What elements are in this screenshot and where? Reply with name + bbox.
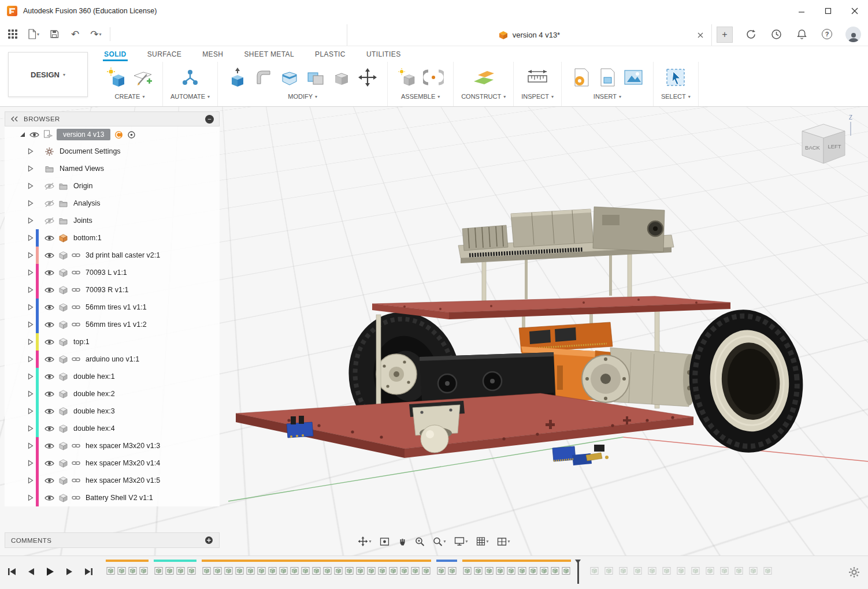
minimize-button[interactable] — [788, 0, 815, 22]
expand-arrow-icon[interactable] — [27, 148, 34, 155]
browser-item[interactable]: bottom:1 — [5, 229, 220, 247]
expand-arrow-icon[interactable] — [27, 425, 34, 432]
visibility-eye-icon[interactable] — [42, 373, 56, 381]
timeline-feature-icon[interactable] — [484, 563, 494, 578]
skip-to-end-button[interactable] — [82, 565, 95, 578]
expand-arrow-icon[interactable] — [27, 252, 34, 259]
joint-button[interactable] — [421, 64, 446, 91]
timeline-playhead[interactable] — [577, 561, 579, 584]
root-component-label[interactable]: version 4 v13 — [57, 129, 110, 140]
visibility-eye-icon[interactable] — [42, 252, 56, 259]
timeline-feature-icon[interactable] — [647, 563, 657, 578]
timeline-feature-icon[interactable] — [517, 563, 527, 578]
timeline-feature-icon[interactable] — [279, 563, 288, 578]
expand-arrow-icon[interactable] — [27, 304, 34, 311]
timeline-feature-icon[interactable] — [447, 563, 457, 578]
user-avatar[interactable] — [845, 27, 861, 42]
browser-item[interactable]: Origin — [5, 177, 220, 195]
file-menu-button[interactable]: ▾ — [27, 26, 40, 42]
press-pull-button[interactable] — [225, 64, 250, 91]
expand-arrow-icon[interactable] — [27, 338, 34, 345]
insert-derive-button[interactable] — [595, 64, 620, 91]
visibility-eye-icon[interactable] — [42, 460, 56, 467]
expand-arrow-icon[interactable] — [27, 182, 34, 189]
timeline-feature-icon[interactable] — [165, 563, 175, 578]
browser-item[interactable]: Joints — [5, 212, 220, 229]
shell-button[interactable] — [277, 64, 302, 91]
timeline-feature-icon[interactable] — [366, 563, 376, 578]
visibility-off-icon[interactable] — [42, 182, 56, 190]
expand-arrow-icon[interactable] — [20, 132, 25, 137]
timeline-feature-icon[interactable] — [355, 563, 365, 578]
display-settings-button[interactable]: ▾ — [453, 535, 469, 547]
expand-arrow-icon[interactable] — [27, 234, 34, 241]
notifications-button[interactable] — [795, 26, 808, 42]
close-button[interactable] — [841, 0, 868, 22]
timeline-feature-icon[interactable] — [344, 563, 354, 578]
browser-item[interactable]: Named Views — [5, 160, 220, 177]
browser-root-item[interactable]: version 4 v13 — [5, 126, 220, 143]
step-forward-button[interactable] — [63, 565, 76, 578]
expand-arrow-icon[interactable] — [27, 356, 34, 363]
save-button[interactable] — [47, 26, 61, 42]
timeline-feature-icon[interactable] — [495, 563, 505, 578]
group-label-select[interactable]: SELECT▾ — [661, 93, 691, 100]
pan-button[interactable] — [396, 535, 407, 548]
expand-arrow-icon[interactable] — [27, 408, 34, 415]
expand-arrow-icon[interactable] — [27, 442, 34, 449]
measure-button[interactable] — [525, 64, 550, 91]
automate-button[interactable] — [178, 64, 202, 91]
timeline-feature-icon[interactable] — [301, 563, 310, 578]
browser-item[interactable]: hex spacer M3x20 v1:5 — [5, 472, 220, 489]
select-button[interactable] — [663, 64, 688, 91]
maximize-button[interactable] — [815, 0, 841, 22]
visibility-off-icon[interactable] — [42, 217, 56, 225]
visibility-eye-icon[interactable] — [42, 477, 56, 484]
step-back-button[interactable] — [25, 565, 38, 578]
fit-button[interactable]: ▾ — [432, 535, 447, 548]
assemble-new-component-button[interactable] — [395, 64, 420, 91]
timeline-feature-icon[interactable] — [473, 563, 483, 578]
timeline-feature-icon[interactable] — [539, 563, 549, 578]
group-label-insert[interactable]: INSERT▾ — [593, 93, 621, 100]
timeline-feature-icon[interactable] — [436, 563, 446, 578]
browser-item[interactable]: 70093 R v1:1 — [5, 281, 220, 299]
group-label-create[interactable]: CREATE▾ — [115, 93, 145, 100]
browser-header[interactable]: BROWSER − — [5, 111, 220, 126]
group-label-inspect[interactable]: INSPECT▾ — [521, 93, 554, 100]
timeline-feature-icon[interactable] — [377, 563, 387, 578]
browser-item[interactable]: Battery Shell V2 v1:1 — [5, 489, 220, 506]
visibility-eye-icon[interactable] — [42, 338, 56, 346]
timeline-feature-icon[interactable] — [528, 563, 538, 578]
timeline-feature-icon[interactable] — [506, 563, 516, 578]
visibility-eye-icon[interactable] — [42, 494, 56, 502]
comments-bar[interactable]: COMMENTS — [5, 532, 220, 548]
expand-arrow-icon[interactable] — [27, 286, 34, 293]
skip-to-start-button[interactable] — [6, 565, 18, 578]
timeline-feature-icon[interactable] — [311, 563, 321, 578]
browser-item[interactable]: hex spacer M3x20 v1:3 — [5, 437, 220, 454]
expand-arrow-icon[interactable] — [27, 390, 34, 397]
add-comment-button[interactable] — [205, 536, 213, 545]
expand-arrow-icon[interactable] — [27, 494, 34, 501]
timeline-settings-button[interactable] — [848, 566, 860, 578]
timeline-feature-icon[interactable] — [589, 563, 599, 578]
browser-close-button[interactable]: − — [205, 115, 214, 124]
timeline-feature-icon[interactable] — [618, 563, 628, 578]
app-grid-menu-button[interactable] — [6, 26, 20, 42]
combine-button[interactable] — [303, 64, 328, 91]
timeline-feature-icon[interactable] — [187, 563, 196, 578]
group-label-assemble[interactable]: ASSEMBLE▾ — [401, 93, 440, 100]
new-tab-button[interactable]: + — [717, 27, 733, 43]
timeline-feature-icon[interactable] — [462, 563, 472, 578]
redo-button[interactable]: ↷▾ — [89, 26, 103, 42]
browser-item[interactable]: Document Settings — [5, 143, 220, 160]
timeline-feature-icon[interactable] — [117, 563, 127, 578]
timeline-feature-icon[interactable] — [662, 563, 672, 578]
zoom-button[interactable] — [414, 535, 425, 548]
timeline-feature-icon[interactable] — [388, 563, 398, 578]
viewport-canvas[interactable]: Z BACK LEFT BROWSER − version 4 v13 Docu… — [0, 107, 868, 556]
browser-item[interactable]: 56mm tires v1 v1:1 — [5, 299, 220, 316]
extensions-button[interactable] — [744, 26, 758, 42]
ribbon-tab-plastic[interactable]: PLASTIC — [314, 48, 347, 61]
